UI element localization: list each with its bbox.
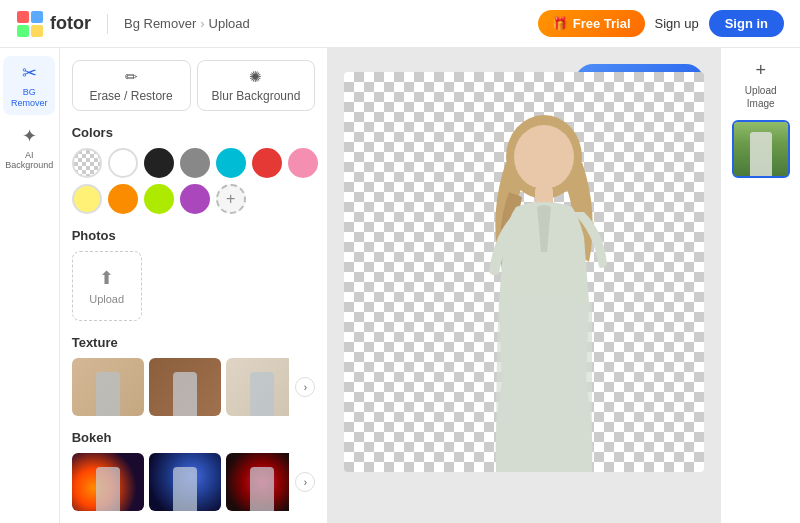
scissors-icon: ✂ bbox=[22, 62, 37, 84]
texture-section-label: Texture bbox=[72, 335, 316, 350]
bokeh-row: › bbox=[72, 453, 316, 511]
color-cyan[interactable] bbox=[216, 148, 246, 178]
upload-label: Upload bbox=[89, 293, 124, 305]
color-white[interactable] bbox=[108, 148, 138, 178]
photos-section: Photos ⬆ Upload bbox=[72, 228, 316, 321]
breadcrumb-separator: › bbox=[200, 16, 204, 31]
color-transparent[interactable] bbox=[72, 148, 102, 178]
svg-point-6 bbox=[514, 125, 574, 189]
bokeh-thumb-3[interactable] bbox=[226, 453, 290, 511]
texture-thumbnails bbox=[72, 358, 290, 416]
fotor-logo-icon bbox=[16, 10, 44, 38]
brush-icon: ✏ bbox=[125, 68, 138, 86]
bokeh-section-label: Bokeh bbox=[72, 430, 316, 445]
color-add[interactable]: + bbox=[216, 184, 246, 214]
gift-icon: 🎁 bbox=[552, 16, 568, 31]
colors-section-label: Colors bbox=[72, 125, 316, 140]
sidebar-item-bg-remover[interactable]: ✂ BGRemover bbox=[3, 56, 55, 115]
color-purple[interactable] bbox=[180, 184, 210, 214]
erase-restore-tab[interactable]: ✏ Erase / Restore bbox=[72, 60, 191, 111]
bokeh-scroll-right[interactable]: › bbox=[295, 472, 315, 492]
free-trial-label: Free Trial bbox=[573, 16, 631, 31]
subject-figure bbox=[444, 102, 644, 472]
texture-row: › bbox=[72, 358, 316, 416]
svg-rect-0 bbox=[17, 11, 29, 23]
panel-tabs: ✏ Erase / Restore ✺ Blur Background bbox=[72, 60, 316, 111]
texture-thumb-3[interactable] bbox=[226, 358, 290, 416]
blur-background-tab[interactable]: ✺ Blur Background bbox=[197, 60, 316, 111]
color-pink[interactable] bbox=[288, 148, 318, 178]
photos-section-label: Photos bbox=[72, 228, 316, 243]
thumbnail-preview bbox=[734, 122, 788, 176]
bokeh-thumbnails bbox=[72, 453, 290, 511]
ai-background-label: AIBackground bbox=[5, 150, 53, 172]
image-thumbnail[interactable] bbox=[732, 120, 790, 178]
signin-button[interactable]: Sign in bbox=[709, 10, 784, 37]
header-right: 🎁 Free Trial Sign up Sign in bbox=[538, 10, 784, 37]
breadcrumb-page: Upload bbox=[209, 16, 250, 31]
header: fotor Bg Remover › Upload 🎁 Free Trial S… bbox=[0, 0, 800, 48]
breadcrumb-app: Bg Remover bbox=[124, 16, 196, 31]
color-red[interactable] bbox=[252, 148, 282, 178]
bokeh-thumb-2[interactable] bbox=[149, 453, 221, 511]
color-yellow[interactable] bbox=[72, 184, 102, 214]
color-lime[interactable] bbox=[144, 184, 174, 214]
free-trial-button[interactable]: 🎁 Free Trial bbox=[538, 10, 645, 37]
tool-sidebar: ✂ BGRemover ✦ AIBackground bbox=[0, 48, 60, 523]
header-divider bbox=[107, 14, 108, 34]
color-gray[interactable] bbox=[180, 148, 210, 178]
breadcrumb: Bg Remover › Upload bbox=[124, 16, 250, 31]
svg-rect-2 bbox=[17, 25, 29, 37]
logo-area: fotor bbox=[16, 10, 91, 38]
upload-icon: ⬆ bbox=[99, 267, 114, 289]
logo-text: fotor bbox=[50, 13, 91, 34]
upload-image-button[interactable]: + UploadImage bbox=[745, 60, 777, 110]
photos-upload-box[interactable]: ⬆ Upload bbox=[72, 251, 142, 321]
canvas-area: ⬇ Download bbox=[328, 48, 720, 523]
erase-restore-label: Erase / Restore bbox=[89, 89, 172, 103]
svg-rect-3 bbox=[31, 25, 43, 37]
svg-rect-1 bbox=[31, 11, 43, 23]
options-panel: ✏ Erase / Restore ✺ Blur Background Colo… bbox=[60, 48, 329, 523]
bg-remover-label: BGRemover bbox=[11, 87, 48, 109]
texture-thumb-1[interactable] bbox=[72, 358, 144, 416]
color-black[interactable] bbox=[144, 148, 174, 178]
color-orange[interactable] bbox=[108, 184, 138, 214]
main-layout: ✂ BGRemover ✦ AIBackground ✏ Erase / Res… bbox=[0, 48, 800, 523]
bokeh-thumb-1[interactable] bbox=[72, 453, 144, 511]
blur-icon: ✺ bbox=[249, 68, 262, 86]
color-grid: + bbox=[72, 148, 316, 214]
signup-button[interactable]: Sign up bbox=[655, 16, 699, 31]
canvas-wrapper bbox=[344, 72, 704, 472]
upload-image-label: UploadImage bbox=[745, 84, 777, 110]
thumbnail-figure bbox=[750, 132, 772, 176]
blur-background-label: Blur Background bbox=[212, 89, 301, 103]
sparkle-icon: ✦ bbox=[22, 125, 37, 147]
sidebar-item-ai-background[interactable]: ✦ AIBackground bbox=[3, 119, 55, 178]
texture-thumb-2[interactable] bbox=[149, 358, 221, 416]
plus-icon: + bbox=[755, 60, 766, 81]
right-panel: + UploadImage bbox=[720, 48, 800, 523]
texture-scroll-right[interactable]: › bbox=[295, 377, 315, 397]
